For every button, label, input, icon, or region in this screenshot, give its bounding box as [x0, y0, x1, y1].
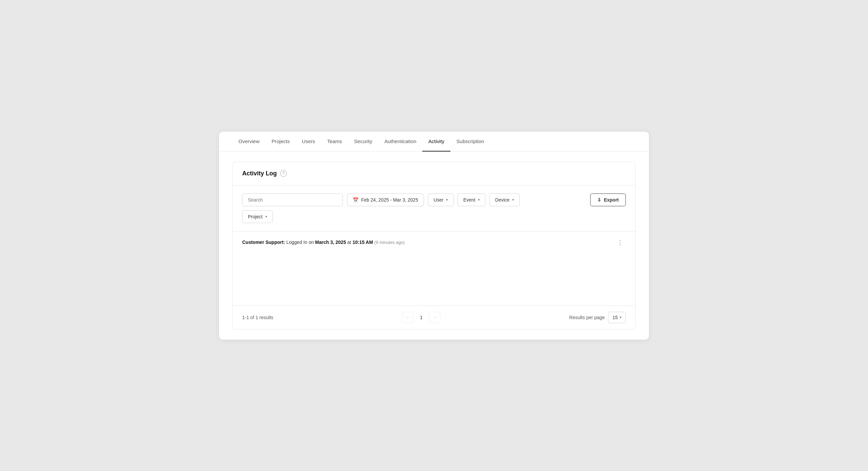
- calendar-icon: 📅: [353, 197, 359, 202]
- log-entry-preposition: on: [309, 240, 315, 245]
- per-page-chevron-icon: ▾: [620, 315, 621, 319]
- activity-log-header: Activity Log ?: [233, 162, 635, 185]
- log-entry-subject: Customer Support:: [242, 240, 285, 245]
- per-page-section: Results per page 15 ▾: [569, 312, 626, 323]
- prev-page-button[interactable]: ←: [402, 312, 413, 323]
- activity-log-title: Activity Log: [242, 170, 277, 177]
- log-entry-text: Customer Support: Logged In on March 3, …: [242, 239, 405, 246]
- nav-subscription[interactable]: Subscription: [451, 132, 490, 152]
- device-chevron-icon: ▾: [512, 198, 514, 201]
- user-chevron-icon: ▾: [446, 198, 448, 201]
- event-filter[interactable]: Event ▾: [458, 193, 486, 206]
- filters-row-1: 📅 Feb 24, 2025 - Mar 3, 2025 User ▾ Even…: [242, 193, 626, 206]
- project-filter-label: Project: [248, 214, 263, 219]
- main-card: Overview Projects Users Teams Security A…: [219, 132, 649, 340]
- user-filter-label: User: [434, 197, 444, 202]
- export-download-icon: ⇩: [597, 197, 601, 202]
- date-range-filter[interactable]: 📅 Feb 24, 2025 - Mar 3, 2025: [347, 193, 424, 206]
- export-label: Export: [604, 197, 619, 202]
- log-entry-more-button[interactable]: ⋮: [614, 238, 626, 247]
- log-entries: Customer Support: Logged In on March 3, …: [233, 231, 635, 305]
- nav-projects[interactable]: Projects: [266, 132, 296, 152]
- pagination-controls: ← 1 →: [402, 312, 440, 323]
- device-filter-label: Device: [495, 197, 509, 202]
- event-chevron-icon: ▾: [478, 198, 480, 201]
- log-entry-time: 10:15 AM: [352, 240, 373, 245]
- log-entry: Customer Support: Logged In on March 3, …: [233, 231, 635, 254]
- per-page-value: 15: [612, 315, 618, 320]
- per-page-dropdown[interactable]: 15 ▾: [608, 312, 626, 323]
- log-entry-date: March 3, 2025: [315, 240, 346, 245]
- device-filter[interactable]: Device ▾: [489, 193, 520, 206]
- filters-section: 📅 Feb 24, 2025 - Mar 3, 2025 User ▾ Even…: [233, 185, 635, 231]
- activity-log-card: Activity Log ? 📅 Feb 24, 2025 - Mar 3, 2…: [232, 162, 636, 329]
- nav-activity[interactable]: Activity: [422, 132, 451, 152]
- next-page-button[interactable]: →: [429, 312, 440, 323]
- export-button[interactable]: ⇩ Export: [590, 193, 626, 206]
- main-content: Activity Log ? 📅 Feb 24, 2025 - Mar 3, 2…: [219, 152, 649, 340]
- filters-row-2: Project ▾: [242, 210, 626, 223]
- log-entry-action: Logged In: [286, 240, 308, 245]
- pagination-bar: 1-1 of 1 results ← 1 → Results per page …: [233, 305, 635, 329]
- event-filter-label: Event: [463, 197, 475, 202]
- next-arrow-icon: →: [433, 315, 437, 320]
- search-input[interactable]: [242, 193, 343, 206]
- user-filter[interactable]: User ▾: [428, 193, 454, 206]
- nav-authentication[interactable]: Authentication: [378, 132, 422, 152]
- top-navigation: Overview Projects Users Teams Security A…: [219, 132, 649, 152]
- results-count: 1-1 of 1 results: [242, 315, 273, 320]
- date-range-label: Feb 24, 2025 - Mar 3, 2025: [361, 197, 418, 202]
- prev-arrow-icon: ←: [406, 315, 410, 320]
- log-entry-time-ago: (9 minutes ago): [374, 240, 404, 245]
- nav-users[interactable]: Users: [296, 132, 321, 152]
- project-filter[interactable]: Project ▾: [242, 210, 273, 223]
- current-page-number: 1: [416, 315, 426, 320]
- nav-teams[interactable]: Teams: [321, 132, 348, 152]
- nav-security[interactable]: Security: [348, 132, 378, 152]
- log-entry-connector: at: [347, 240, 353, 245]
- per-page-label: Results per page: [569, 315, 605, 320]
- nav-overview[interactable]: Overview: [232, 132, 266, 152]
- help-icon[interactable]: ?: [280, 170, 287, 177]
- project-chevron-icon: ▾: [266, 215, 267, 218]
